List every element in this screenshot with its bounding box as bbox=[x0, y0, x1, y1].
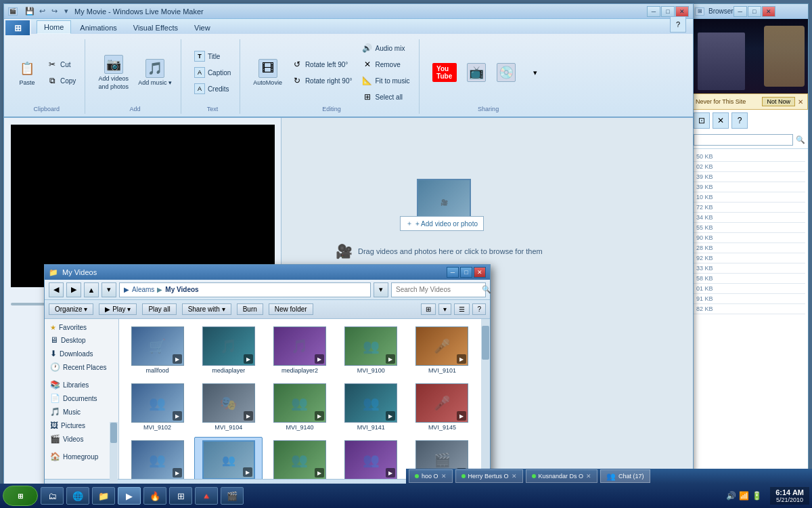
fd-path-dropdown[interactable]: ▾ bbox=[374, 282, 388, 297]
fd-path-myvideos[interactable]: My Videos bbox=[165, 286, 198, 293]
file-item-mvi9141[interactable]: 👥 ▶ MVI_9141 bbox=[337, 380, 405, 434]
ribbon-help[interactable]: ? bbox=[670, 16, 686, 33]
notification-close[interactable]: ✕ bbox=[798, 98, 803, 106]
taskbar-btn-7[interactable]: 🔺 bbox=[195, 487, 218, 505]
fd-new-folder-btn[interactable]: New folder bbox=[269, 303, 313, 315]
file-item-mvi9165[interactable]: 👥 ▶ MVI_9165 bbox=[337, 437, 405, 479]
rp-icon-3[interactable]: ? bbox=[731, 112, 748, 129]
fd-main-scroll-thumb[interactable] bbox=[482, 326, 489, 360]
file-item-mediaplayer2[interactable]: 🎵 ▶ mediaplayer2 bbox=[265, 323, 334, 377]
rp-file-item[interactable]: 55 KB bbox=[694, 223, 805, 233]
taskbar-btn-8[interactable]: 🎬 bbox=[221, 487, 244, 505]
not-now-button[interactable]: Not Now bbox=[762, 97, 795, 106]
rotate-right-button[interactable]: ↻ Rotate right 90° bbox=[288, 73, 356, 88]
fd-pictures[interactable]: 🖼 Pictures bbox=[45, 419, 118, 432]
rp-file-item[interactable]: 02 KB bbox=[694, 162, 805, 172]
qat-save[interactable]: 💾 bbox=[24, 6, 35, 17]
fd-videos[interactable]: 🎬 Videos bbox=[45, 432, 118, 446]
taskbar-btn-2[interactable]: 🌐 bbox=[66, 487, 89, 505]
share-btn-2[interactable]: 📺 bbox=[463, 61, 490, 84]
chat-contact-kusnandar[interactable]: Kusnandar Ds O ✕ bbox=[526, 469, 598, 483]
rp-search-icon[interactable]: 🔍 bbox=[796, 135, 805, 144]
right-panel-minimize[interactable]: ─ bbox=[734, 6, 747, 17]
fd-recent-places[interactable]: 🕐 Recent Places bbox=[45, 360, 118, 374]
fd-desktop[interactable]: 🖥 Desktop bbox=[45, 333, 118, 347]
rp-file-item[interactable]: 91 KB bbox=[694, 294, 805, 304]
chat-group-btn[interactable]: 👥 Chat (17) bbox=[600, 469, 650, 483]
fd-sidebar-scrollbar[interactable] bbox=[110, 422, 118, 479]
audio-mix-button[interactable]: 🔊 Audio mix bbox=[359, 41, 413, 56]
chat-close-kusnandar[interactable]: ✕ bbox=[586, 473, 591, 480]
rp-file-item[interactable]: 82 KB bbox=[694, 304, 805, 314]
add-video-button[interactable]: ＋ + Add video or photo bbox=[400, 216, 484, 231]
automovie-button[interactable]: 🎞 AutoMovie bbox=[250, 57, 286, 88]
file-item-mvi9164[interactable]: 👥 ▶ MVI_9164 bbox=[265, 437, 334, 479]
tab-animations[interactable]: Animations bbox=[72, 21, 124, 34]
share-btn-3[interactable]: 💿 bbox=[493, 61, 520, 84]
rp-icon-1[interactable]: ⊡ bbox=[694, 112, 710, 129]
right-panel-maximize[interactable]: □ bbox=[748, 6, 761, 17]
file-item-mvi9140[interactable]: 👥 ▶ MVI_9140 bbox=[265, 380, 334, 434]
rp-file-item[interactable]: 10 KB bbox=[694, 192, 805, 203]
tray-icon-2[interactable]: 📶 bbox=[739, 491, 749, 501]
rp-file-item[interactable]: 33 KB bbox=[694, 263, 805, 274]
fd-sidebar-scroll-thumb[interactable] bbox=[110, 423, 117, 443]
file-item-mvi9100[interactable]: 👥 ▶ MVI_9100 bbox=[337, 323, 405, 377]
fd-up[interactable]: ▲ bbox=[84, 282, 99, 297]
chat-close-hoo[interactable]: ✕ bbox=[441, 473, 447, 480]
tab-view[interactable]: View bbox=[187, 21, 218, 34]
fd-details-btn[interactable]: ☰ bbox=[454, 303, 470, 315]
chat-contact-herry[interactable]: Herry Bertus O ✕ bbox=[455, 469, 523, 483]
taskbar-btn-4[interactable]: ▶ bbox=[118, 487, 141, 505]
taskbar-btn-3[interactable]: 📁 bbox=[92, 487, 115, 505]
rp-file-item[interactable]: 50 KB bbox=[694, 152, 805, 162]
qat-dropdown[interactable]: ▾ bbox=[61, 6, 72, 17]
select-all-button[interactable]: ⊞ Select all bbox=[359, 89, 413, 104]
fd-organize-btn[interactable]: Organize ▾ bbox=[49, 303, 93, 315]
fd-path-bar[interactable]: ▶ Aleams ▶ My Videos bbox=[119, 282, 371, 297]
start-button[interactable]: ⊞ bbox=[3, 486, 38, 506]
tray-icon-3[interactable]: 🔋 bbox=[752, 491, 762, 501]
tray-icon-1[interactable]: 🔊 bbox=[726, 491, 736, 501]
remove-button[interactable]: ✕ Remove bbox=[359, 57, 413, 72]
fd-view-dropdown[interactable]: ▾ bbox=[438, 303, 451, 315]
taskbar-btn-1[interactable]: 🗂 bbox=[41, 487, 64, 505]
fd-main-scrollbar[interactable] bbox=[481, 319, 490, 479]
file-item-mediaplayer[interactable]: 🎵 ▶ mediaplayer bbox=[194, 323, 263, 377]
fd-documents[interactable]: 📄 Documents bbox=[45, 391, 118, 405]
add-videos-button[interactable]: 📷 Add videos and photos bbox=[95, 53, 132, 92]
rp-file-item[interactable]: 72 KB bbox=[694, 203, 805, 213]
file-item-mvi9163[interactable]: 👥 ▶ MVI_9163 bbox=[194, 437, 263, 479]
rp-icon-2[interactable]: ✕ bbox=[713, 112, 729, 129]
caption-button[interactable]: A Caption bbox=[191, 65, 234, 80]
right-panel-close[interactable]: ✕ bbox=[762, 6, 775, 17]
share-expand[interactable]: ▾ bbox=[522, 61, 548, 84]
fd-play-all-btn[interactable]: Play all bbox=[142, 303, 176, 315]
fd-music[interactable]: 🎵 Music bbox=[45, 405, 118, 419]
file-item-mvi9145[interactable]: 🎤 ▶ MVI_9145 bbox=[408, 380, 476, 434]
fd-maximize[interactable]: □ bbox=[460, 267, 472, 278]
rp-file-item[interactable]: 90 KB bbox=[694, 233, 805, 243]
rp-file-item[interactable]: 28 KB bbox=[694, 243, 805, 253]
rp-search-input[interactable] bbox=[694, 134, 793, 146]
file-item-mvi9154[interactable]: 👥 ▶ MVI_9154 bbox=[123, 437, 191, 479]
fd-burn-btn[interactable]: Burn bbox=[237, 303, 263, 315]
fd-forward[interactable]: ▶ bbox=[66, 282, 81, 297]
fd-dropdown[interactable]: ▾ bbox=[102, 282, 116, 297]
fd-play-btn[interactable]: ▶ Play ▾ bbox=[99, 303, 137, 315]
fd-view-btn[interactable]: ⊞ bbox=[421, 303, 436, 315]
rp-file-item[interactable]: 39 KB bbox=[694, 172, 805, 182]
taskbar-clock[interactable]: 6:14 AM 5/21/2010 bbox=[770, 487, 809, 505]
fd-share-btn[interactable]: Share with ▾ bbox=[182, 303, 231, 315]
file-item-mvi9102[interactable]: 👥 ▶ MVI_9102 bbox=[123, 380, 191, 434]
chat-close-herry[interactable]: ✕ bbox=[512, 473, 517, 480]
fd-homegroup[interactable]: 🏠 Homegroup bbox=[45, 450, 118, 463]
fd-search-icon[interactable]: 🔍 bbox=[482, 285, 491, 294]
rotate-left-button[interactable]: ↺ Rotate left 90° bbox=[288, 57, 356, 72]
office-button[interactable]: ⊞ bbox=[5, 20, 30, 35]
youtube-button[interactable]: YouTube bbox=[429, 61, 460, 84]
credits-button[interactable]: A Credits bbox=[191, 81, 234, 96]
fd-back[interactable]: ◀ bbox=[49, 282, 64, 297]
rp-file-item[interactable]: 01 KB bbox=[694, 284, 805, 294]
taskbar-btn-6[interactable]: ⊞ bbox=[169, 487, 192, 505]
